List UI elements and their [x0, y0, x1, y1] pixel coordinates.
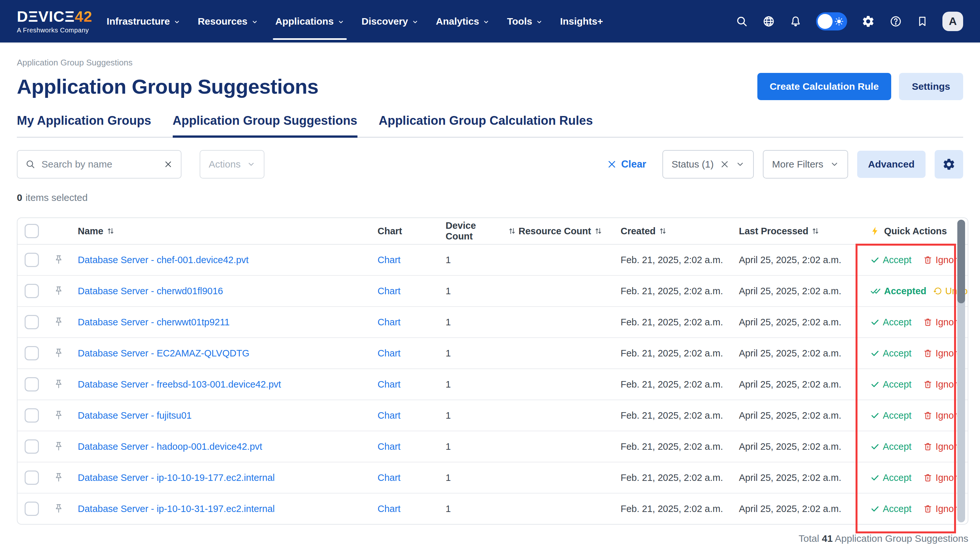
chart-link[interactable]: Chart — [378, 410, 401, 420]
accept-button[interactable]: Accept — [870, 255, 912, 265]
row-checkbox[interactable] — [25, 253, 39, 267]
suggestion-name-link[interactable]: Database Server - fujitsu01 — [78, 410, 192, 421]
status-filter-chip[interactable]: Status (1) — [662, 150, 754, 179]
tab[interactable]: Application Group Suggestions — [173, 114, 358, 137]
sort-by-resource-count[interactable]: Resource Count — [519, 226, 602, 236]
accept-button[interactable]: Accept — [870, 348, 912, 359]
select-all-checkbox[interactable] — [25, 224, 39, 238]
accept-button[interactable]: Accept — [870, 504, 912, 514]
chart-link[interactable]: Chart — [378, 348, 401, 358]
chart-link[interactable]: Chart — [378, 504, 401, 514]
ignore-button[interactable]: Ignore — [923, 441, 962, 452]
pin-icon[interactable] — [53, 472, 64, 483]
tab[interactable]: My Application Groups — [17, 114, 151, 137]
accept-button[interactable]: Accept — [870, 473, 912, 483]
ignore-button[interactable]: Ignore — [923, 410, 962, 421]
pin-icon[interactable] — [53, 317, 64, 328]
toggle-knob — [817, 14, 832, 29]
pin-icon[interactable] — [53, 503, 64, 514]
device42-logo[interactable]: DΞVICΞ42 A Freshworks Company — [17, 9, 92, 34]
table-settings-gear-button[interactable] — [935, 150, 963, 179]
suggestion-name-link[interactable]: Database Server - cherwd01fl9016 — [78, 286, 223, 297]
chart-link[interactable]: Chart — [378, 255, 401, 265]
table-row: Database Server - fujitsu01 Chart 1 Feb.… — [18, 400, 968, 431]
pin-icon[interactable] — [53, 254, 64, 265]
pin-icon[interactable] — [53, 286, 64, 297]
nav-item[interactable]: Insights+ — [560, 0, 603, 43]
help-icon[interactable] — [889, 15, 902, 28]
chart-link[interactable]: Chart — [378, 286, 401, 296]
globe-icon[interactable] — [762, 15, 775, 28]
suggestion-name-link[interactable]: Database Server - EC2AMAZ-QLVQDTG — [78, 348, 250, 359]
suggestion-name-link[interactable]: Database Server - cherwwt01tp9211 — [78, 317, 230, 328]
accept-button[interactable]: Accept — [870, 379, 912, 390]
suggestion-name-link[interactable]: Database Server - hadoop-001.device42.pv… — [78, 441, 262, 452]
accept-button[interactable]: Accept — [870, 441, 912, 452]
breadcrumb[interactable]: Application Group Suggestions — [17, 58, 963, 68]
ignore-button[interactable]: Ignore — [923, 317, 962, 328]
suggestion-name-link[interactable]: Database Server - freebsd-103-001.device… — [78, 379, 281, 390]
chart-link[interactable]: Chart — [378, 441, 401, 452]
row-checkbox[interactable] — [25, 440, 39, 454]
clear-filters-button[interactable]: Clear — [607, 158, 647, 170]
row-checkbox[interactable] — [25, 284, 39, 298]
advanced-button[interactable]: Advanced — [857, 151, 926, 178]
settings-gear-icon[interactable] — [862, 15, 875, 28]
nav-item-label: Analytics — [436, 16, 479, 27]
suggestion-name-link[interactable]: Database Server - chef-001.device42.pvt — [78, 255, 249, 265]
nav-item[interactable]: Infrastructure — [107, 0, 180, 43]
nav-item[interactable]: Tools — [507, 0, 542, 43]
chart-link[interactable]: Chart — [378, 317, 401, 327]
ignore-button[interactable]: Ignore — [923, 504, 962, 514]
actions-dropdown[interactable]: Actions — [200, 150, 264, 179]
pin-icon[interactable] — [53, 410, 64, 421]
search-clear-icon[interactable] — [163, 159, 173, 169]
nav-item[interactable]: Analytics — [436, 0, 489, 43]
row-checkbox[interactable] — [25, 315, 39, 329]
row-checkbox[interactable] — [25, 408, 39, 423]
logo-accent: 42 — [75, 9, 92, 24]
accept-button[interactable]: Accept — [870, 317, 912, 328]
accept-button[interactable]: Accept — [870, 410, 912, 421]
nav-item[interactable]: Discovery — [362, 0, 419, 43]
chevron-down-icon[interactable] — [735, 160, 745, 169]
logo-text: DΞVICΞ — [17, 9, 75, 24]
suggestion-name-link[interactable]: Database Server - ip-10-10-19-177.ec2.in… — [78, 473, 275, 483]
row-checkbox[interactable] — [25, 377, 39, 391]
sort-icon — [811, 227, 819, 235]
nav-item[interactable]: Resources — [198, 0, 258, 43]
suggestion-name-link[interactable]: Database Server - ip-10-10-31-197.ec2.in… — [78, 504, 275, 514]
selection-count: 0 — [17, 192, 22, 203]
search-icon[interactable] — [735, 15, 748, 28]
pin-icon[interactable] — [53, 348, 64, 359]
row-checkbox[interactable] — [25, 502, 39, 516]
sort-by-device-count[interactable]: Device Count — [446, 220, 516, 242]
ignore-button[interactable]: Ignore — [923, 379, 962, 390]
table-scrollbar-thumb[interactable] — [957, 220, 965, 303]
user-avatar[interactable]: A — [942, 11, 963, 31]
check-icon — [870, 255, 880, 264]
row-checkbox[interactable] — [25, 471, 39, 485]
nav-item[interactable]: Applications — [276, 0, 344, 43]
more-filters-dropdown[interactable]: More Filters — [763, 150, 848, 179]
ignore-button[interactable]: Ignore — [923, 348, 962, 359]
trash-icon — [923, 442, 932, 451]
row-checkbox[interactable] — [25, 346, 39, 360]
ignore-button[interactable]: Ignore — [923, 473, 962, 483]
create-calculation-rule-button[interactable]: Create Calculation Rule — [757, 73, 891, 100]
tab[interactable]: Application Group Calculation Rules — [379, 114, 593, 137]
bookmark-icon[interactable] — [916, 16, 928, 27]
ignore-button[interactable]: Ignore — [923, 255, 962, 265]
search-input[interactable] — [41, 159, 158, 170]
pin-icon[interactable] — [53, 379, 64, 390]
settings-button[interactable]: Settings — [899, 73, 963, 100]
pin-icon[interactable] — [53, 441, 64, 452]
chart-link[interactable]: Chart — [378, 473, 401, 483]
sort-by-created[interactable]: Created — [621, 226, 666, 236]
notifications-bell-icon[interactable] — [790, 15, 802, 28]
sort-by-last-processed[interactable]: Last Processed — [739, 226, 819, 236]
chart-link[interactable]: Chart — [378, 379, 401, 389]
theme-toggle[interactable] — [816, 12, 847, 30]
sort-by-name[interactable]: Name — [78, 226, 114, 236]
remove-filter-icon[interactable] — [720, 160, 729, 169]
